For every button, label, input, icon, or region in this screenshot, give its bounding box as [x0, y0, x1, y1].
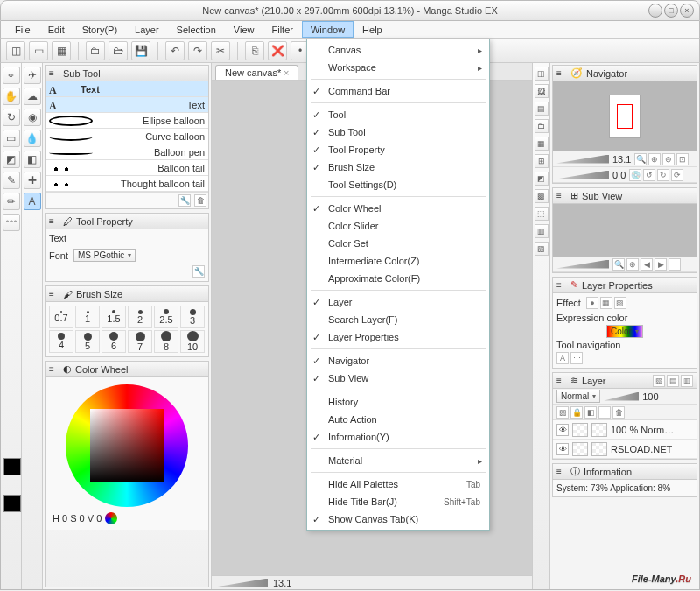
- font-select[interactable]: MS PGothic: [74, 249, 136, 262]
- menu-item-colorset[interactable]: Color Set: [307, 235, 489, 252]
- layer-lock-icon[interactable]: ◧: [584, 406, 597, 419]
- palette-menu-icon[interactable]: ≡: [49, 68, 60, 79]
- tool-icon-5[interactable]: ✎: [3, 172, 20, 189]
- menu-item-navigator[interactable]: Navigator: [307, 352, 489, 369]
- brush-preset[interactable]: 4: [49, 330, 74, 353]
- menu-item-tool[interactable]: Tool: [307, 106, 489, 123]
- close-button[interactable]: ×: [680, 4, 694, 18]
- brush-size-header[interactable]: ≡🖌 Brush Size: [46, 286, 208, 302]
- cmd-icon-7[interactable]: ↷: [188, 41, 207, 60]
- tool-icon-0[interactable]: ⌖: [3, 67, 20, 84]
- toolnav-icon[interactable]: A: [556, 352, 569, 364]
- nav-rot-icon[interactable]: ↺: [643, 169, 655, 181]
- menu-item-layer[interactable]: Layer: [307, 293, 489, 311]
- subtool-item[interactable]: Thought balloon tail: [46, 176, 208, 192]
- menu-item-colorslider[interactable]: Color Slider: [307, 217, 489, 235]
- tab-close-icon[interactable]: ×: [284, 67, 289, 78]
- nav-zoom-icon[interactable]: 🔍: [634, 153, 647, 165]
- brush-preset[interactable]: 3: [180, 306, 205, 328]
- menu-filter[interactable]: Filter: [263, 21, 302, 38]
- color-swap-icon[interactable]: [105, 512, 117, 524]
- menu-item-toolproperty[interactable]: Tool Property: [307, 141, 489, 158]
- menu-item-toolsettingsd[interactable]: Tool Settings(D): [307, 176, 489, 193]
- tool-icon-13[interactable]: ✚: [24, 172, 41, 189]
- dock-icon-3[interactable]: 🗀: [535, 119, 549, 133]
- color-wheel[interactable]: [66, 384, 188, 507]
- nav-rot-slider[interactable]: [556, 171, 609, 179]
- maximize-button[interactable]: □: [664, 4, 678, 18]
- subtool-settings-icon[interactable]: 🔧: [178, 194, 191, 207]
- minimize-button[interactable]: –: [648, 4, 662, 18]
- dock-icon-5[interactable]: ⊞: [535, 154, 549, 168]
- tool-icon-1[interactable]: ✋: [3, 88, 20, 105]
- brush-preset[interactable]: 7: [128, 330, 152, 353]
- dock-icon-10[interactable]: ▧: [535, 242, 549, 256]
- brush-preset[interactable]: 1: [75, 306, 100, 328]
- layer-btn-b[interactable]: ▤: [667, 375, 679, 387]
- tool-icon-8[interactable]: ✈: [24, 67, 41, 84]
- fg-swatch[interactable]: [4, 458, 21, 475]
- menu-window[interactable]: Window: [302, 21, 354, 38]
- subtool-tab[interactable]: AText: [46, 81, 208, 97]
- cmd-icon-5[interactable]: 💾: [131, 41, 150, 60]
- cmd-icon-2[interactable]: ▦: [52, 41, 71, 60]
- tool-icon-14[interactable]: A: [24, 193, 41, 210]
- layer-btn-a[interactable]: ▧: [653, 375, 665, 387]
- tool-icon-11[interactable]: 💧: [24, 130, 41, 147]
- layer-lock-icon[interactable]: ▨: [556, 406, 569, 419]
- menu-layer[interactable]: Layer: [126, 21, 168, 38]
- brush-preset[interactable]: 1.5: [102, 306, 126, 328]
- navigator-view[interactable]: [553, 81, 696, 151]
- canvas-tab[interactable]: New canvas* ×: [215, 65, 298, 80]
- wrench-icon[interactable]: 🔧: [192, 265, 205, 278]
- brush-preset[interactable]: 2.5: [154, 306, 178, 328]
- bg-swatch[interactable]: [4, 495, 21, 512]
- subview-icon[interactable]: 🔍: [612, 258, 625, 271]
- nav-rot-icon[interactable]: 💿: [629, 169, 641, 181]
- layer-row[interactable]: 👁RSLOAD.NET: [553, 440, 696, 459]
- menu-storyp[interactable]: Story(P): [74, 21, 126, 38]
- subtool-item[interactable]: AText: [46, 97, 208, 113]
- subview-icon[interactable]: ⋯: [668, 258, 681, 271]
- nav-zoom-icon[interactable]: ⊖: [662, 153, 675, 165]
- tool-icon-2[interactable]: ↻: [3, 109, 20, 126]
- nav-zoom-slider[interactable]: [556, 155, 609, 164]
- menu-item-canvas[interactable]: Canvas: [307, 41, 489, 59]
- menu-item-subtool[interactable]: Sub Tool: [307, 123, 489, 141]
- tool-icon-6[interactable]: ✏: [3, 193, 20, 210]
- brush-preset[interactable]: 0.7: [49, 306, 74, 328]
- nav-zoom-icon[interactable]: ⊡: [676, 153, 689, 165]
- tool-icon-12[interactable]: ◧: [24, 151, 41, 168]
- menu-selection[interactable]: Selection: [168, 21, 225, 38]
- visibility-icon[interactable]: 👁: [556, 424, 569, 436]
- dock-icon-6[interactable]: ◩: [535, 172, 549, 186]
- tool-property-header[interactable]: ≡🖊 Tool Property: [46, 214, 208, 229]
- dock-icon-9[interactable]: ▥: [535, 224, 549, 238]
- menu-file[interactable]: File: [6, 21, 39, 38]
- subtool-item[interactable]: Curve balloon: [46, 129, 208, 144]
- brush-preset[interactable]: 10: [180, 330, 205, 353]
- trash-icon[interactable]: 🗑: [194, 194, 206, 207]
- toolnav-icon[interactable]: ⋯: [570, 352, 583, 364]
- blend-select[interactable]: Normal: [556, 390, 600, 403]
- cmd-icon-3[interactable]: 🗀: [86, 41, 105, 60]
- brush-preset[interactable]: 5: [75, 330, 100, 353]
- brush-preset[interactable]: 6: [102, 330, 126, 353]
- effect-icon[interactable]: ▦: [600, 297, 612, 309]
- cmd-icon-8[interactable]: ✂: [211, 41, 230, 60]
- subview-icon[interactable]: ⊕: [626, 258, 639, 271]
- layer-row[interactable]: 👁100 % Norm…: [553, 420, 696, 440]
- tool-icon-3[interactable]: ▭: [3, 130, 20, 147]
- menu-item-approximatecolorf[interactable]: Approximate Color(F): [307, 270, 489, 287]
- cmd-icon-0[interactable]: ◫: [6, 41, 25, 60]
- layer-btn-c[interactable]: ▥: [681, 375, 693, 387]
- layer-lock-icon[interactable]: 🗑: [612, 406, 625, 419]
- menu-item-colorwheel[interactable]: Color Wheel: [307, 200, 489, 217]
- expression-color-select[interactable]: Color: [606, 325, 643, 338]
- subview-icon[interactable]: ▶: [654, 258, 667, 271]
- layer-lock-icon[interactable]: 🔒: [570, 406, 583, 419]
- tool-icon-7[interactable]: 〰: [3, 214, 20, 231]
- menu-item-history[interactable]: History: [307, 393, 489, 411]
- tool-icon-10[interactable]: ◉: [24, 109, 41, 126]
- subview-area[interactable]: [553, 204, 696, 257]
